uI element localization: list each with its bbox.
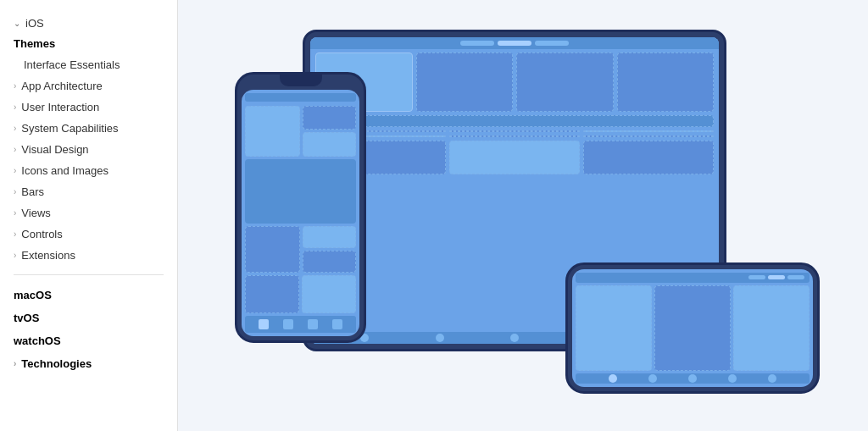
iphone-content bbox=[242, 90, 359, 336]
iphone-card-3b bbox=[303, 226, 356, 248]
sidebar-item-bars-label: Bars bbox=[21, 185, 44, 198]
ipad-card-7a bbox=[449, 130, 580, 132]
iphone-spacer bbox=[245, 159, 356, 224]
sidebar-item-technologies[interactable]: › Technologies bbox=[0, 352, 177, 375]
system-capabilities-chevron-icon: › bbox=[14, 124, 16, 133]
sidebar-item-icons-and-images-label: Icons and Images bbox=[21, 164, 108, 177]
icons-images-chevron-icon: › bbox=[14, 166, 16, 175]
ipad-card-5 bbox=[315, 115, 714, 127]
sidebar-item-app-architecture[interactable]: › App Architecture bbox=[0, 75, 177, 97]
sidebar-item-macos[interactable]: macOS bbox=[0, 284, 177, 307]
technologies-chevron-icon: › bbox=[14, 359, 16, 368]
iphone-card-2a bbox=[303, 106, 356, 130]
sidebar-tvos-label: tvOS bbox=[14, 312, 39, 324]
ls-nav-pill-1 bbox=[748, 275, 765, 279]
ipad-tab-3 bbox=[510, 334, 519, 342]
sidebar-ios-header[interactable]: ⌄ iOS bbox=[0, 14, 177, 33]
ls-content bbox=[576, 285, 810, 371]
iphone-tab-3 bbox=[308, 319, 318, 329]
ls-card-2 bbox=[654, 285, 731, 371]
main-content bbox=[178, 0, 868, 431]
bars-chevron-icon: › bbox=[14, 187, 16, 196]
controls-chevron-icon: › bbox=[14, 229, 16, 239]
ipad-card-8b bbox=[583, 135, 714, 137]
ls-nav-pill-2 bbox=[768, 275, 785, 279]
iphone-tab-4 bbox=[332, 319, 342, 329]
ls-tab-2 bbox=[648, 374, 657, 383]
ios-chevron-icon: ⌄ bbox=[14, 19, 20, 28]
iphone-card-4 bbox=[245, 275, 299, 313]
ipad-row-3 bbox=[315, 130, 714, 137]
sidebar-item-interface-essentials-label: Interface Essentials bbox=[24, 58, 120, 71]
ipad-nav-pill-2 bbox=[498, 41, 531, 46]
sidebar-item-bars[interactable]: › Bars bbox=[0, 181, 177, 202]
ipad-tab-2 bbox=[436, 334, 444, 342]
ipad-row-1 bbox=[315, 52, 714, 112]
ls-card-3 bbox=[733, 285, 810, 371]
iphone-portrait bbox=[235, 72, 366, 343]
sidebar-item-app-architecture-label: App Architecture bbox=[21, 80, 102, 92]
devices-illustration bbox=[218, 21, 828, 411]
sidebar-ios-label: iOS bbox=[25, 17, 44, 30]
sidebar-item-interface-essentials[interactable]: Interface Essentials bbox=[0, 54, 177, 75]
iphone-screen bbox=[242, 90, 359, 336]
sidebar-item-system-capabilities-label: System Capabilities bbox=[21, 122, 118, 135]
ls-tab-5 bbox=[768, 374, 776, 383]
ls-card-1 bbox=[576, 285, 652, 371]
sidebar-item-views[interactable]: › Views bbox=[0, 202, 177, 224]
iphone-card-3a bbox=[245, 226, 300, 273]
ipad-card-7b bbox=[449, 135, 580, 137]
sidebar-item-extensions[interactable]: › Extensions bbox=[0, 245, 177, 266]
sidebar-item-user-interaction-label: User Interaction bbox=[21, 101, 99, 113]
ipad-card-11 bbox=[583, 141, 714, 174]
sidebar-technologies-label: Technologies bbox=[21, 357, 92, 370]
iphone-card-2b bbox=[303, 132, 356, 157]
ipad-card-3 bbox=[516, 52, 614, 112]
ls-nav-pill-3 bbox=[787, 275, 804, 279]
extensions-chevron-icon: › bbox=[14, 251, 16, 260]
sidebar-ios-section: ⌄ iOS Themes Interface Essentials › App … bbox=[0, 14, 177, 266]
sidebar-item-system-capabilities[interactable]: › System Capabilities bbox=[0, 118, 177, 139]
ls-tab-3 bbox=[688, 374, 697, 383]
app-architecture-chevron-icon: › bbox=[14, 81, 16, 91]
iphone-tab-2 bbox=[283, 319, 293, 329]
sidebar-macos-label: macOS bbox=[14, 289, 52, 301]
ipad-row-4 bbox=[315, 141, 714, 174]
views-chevron-icon: › bbox=[14, 208, 16, 218]
visual-design-chevron-icon: › bbox=[14, 145, 16, 154]
sidebar: ⌄ iOS Themes Interface Essentials › App … bbox=[0, 0, 178, 431]
iphone-card-3c bbox=[303, 251, 356, 273]
sidebar-item-visual-design-label: Visual Design bbox=[21, 143, 88, 156]
sidebar-item-user-interaction[interactable]: › User Interaction bbox=[0, 97, 177, 118]
iphone-notch bbox=[280, 75, 322, 86]
iphone-bottom-bar bbox=[245, 316, 356, 333]
ipad-row-2 bbox=[315, 115, 714, 127]
sidebar-item-themes[interactable]: Themes bbox=[0, 33, 177, 54]
iphone-row-2 bbox=[245, 226, 356, 273]
sidebar-item-visual-design[interactable]: › Visual Design bbox=[0, 139, 177, 160]
sidebar-watchos-label: watchOS bbox=[14, 334, 61, 347]
iphone-landscape bbox=[565, 262, 820, 394]
ls-bottom-bar bbox=[576, 373, 810, 384]
iphone-status-bar bbox=[245, 93, 356, 102]
iphone-landscape-screen bbox=[572, 269, 813, 387]
sidebar-item-themes-label: Themes bbox=[14, 37, 55, 50]
ls-tab-1 bbox=[609, 374, 617, 383]
sidebar-item-icons-and-images[interactable]: › Icons and Images bbox=[0, 160, 177, 181]
ls-nav-bar bbox=[576, 273, 810, 283]
sidebar-item-watchos[interactable]: watchOS bbox=[0, 329, 177, 352]
sidebar-item-controls[interactable]: › Controls bbox=[0, 224, 177, 245]
ipad-nav-pill-1 bbox=[460, 41, 494, 46]
iphone-card-1 bbox=[245, 106, 300, 157]
ipad-card-10 bbox=[449, 141, 580, 174]
sidebar-item-views-label: Views bbox=[21, 207, 50, 219]
ipad-nav-pill-3 bbox=[535, 41, 569, 46]
iphone-row-3 bbox=[245, 275, 356, 313]
sidebar-divider bbox=[14, 274, 164, 275]
ls-tab-4 bbox=[728, 374, 737, 383]
ipad-card-2 bbox=[416, 52, 514, 112]
ipad-card-4 bbox=[617, 52, 715, 112]
iphone-row-1 bbox=[245, 106, 356, 157]
iphone-tab-1 bbox=[259, 319, 269, 329]
sidebar-item-tvos[interactable]: tvOS bbox=[0, 307, 177, 329]
